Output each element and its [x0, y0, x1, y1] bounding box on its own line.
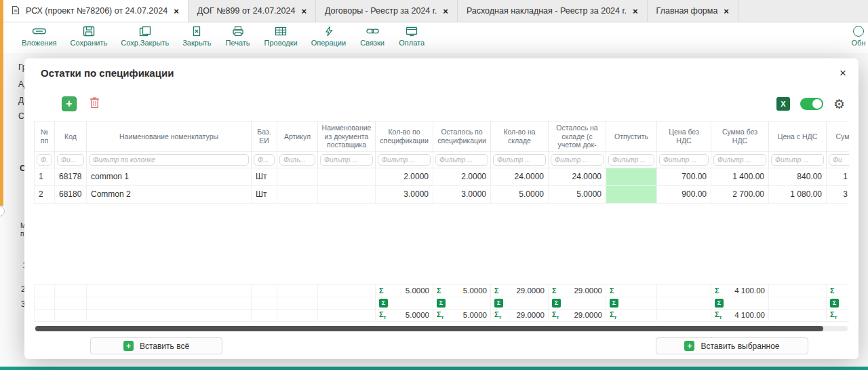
payment-button[interactable]: Оплата	[392, 26, 431, 47]
plus-icon: +	[123, 341, 134, 351]
dialog-close-icon[interactable]: ×	[840, 67, 846, 79]
print-button[interactable]: Печать	[218, 26, 258, 47]
tab-close-icon[interactable]: ×	[174, 7, 179, 16]
totals-cell	[769, 309, 827, 321]
excel-export-button[interactable]: X	[776, 97, 790, 111]
chain-link-icon	[366, 26, 379, 37]
column-filter-input[interactable]	[279, 154, 315, 166]
sigma-badge-icon[interactable]: Σ	[494, 299, 503, 308]
spec-table: № пп Код Наименование номенклатуры Баз. …	[34, 121, 849, 204]
column-header[interactable]: № пп	[35, 122, 55, 152]
toolbar-label: Вложения	[22, 39, 57, 47]
column-filter-input[interactable]	[435, 154, 488, 166]
tab-rsx-project[interactable]: РСХ (проект №78206) от 24.07.2024 ×	[3, 0, 189, 22]
horizontal-scrollbar[interactable]	[35, 326, 848, 331]
table-row[interactable]: 2 68180 Common 2 Шт 3.0000 3.0000 5.0000…	[35, 185, 850, 203]
cell	[318, 185, 376, 203]
column-filter-input[interactable]	[713, 154, 766, 166]
attachments-button[interactable]: Вложения	[15, 26, 64, 47]
column-filter-input[interactable]	[89, 154, 249, 166]
totals-block: Σ5.0000 Σ5.0000 Σ29.0000 Σ29.0000 Σ Σ4 1…	[34, 284, 849, 322]
table-row[interactable]: 1 68178 common 1 Шт 2.0000 2.0000 24.000…	[35, 168, 850, 185]
sigma-badge-icon[interactable]: Σ	[715, 299, 724, 308]
column-header[interactable]: Артикул	[277, 122, 318, 152]
tab-main-form[interactable]: Главная форма ×	[648, 0, 738, 22]
tab-dogovory-reestr[interactable]: Договоры - Реестр за 2024 г. ×	[316, 0, 458, 22]
operations-button[interactable]: Операции	[304, 26, 353, 47]
column-filter-input[interactable]	[771, 154, 824, 166]
tab-close-icon[interactable]: ×	[724, 7, 729, 16]
column-filter-input[interactable]	[320, 154, 373, 166]
column-header[interactable]: Код	[55, 122, 87, 152]
tab-close-icon[interactable]: ×	[301, 7, 307, 16]
column-header[interactable]: Наименование из документа поставщика	[318, 122, 376, 152]
tab-close-icon[interactable]: ×	[633, 7, 638, 16]
totals-cell	[55, 309, 87, 321]
column-filter-input[interactable]	[37, 154, 52, 166]
totals-sumt-row: Σт5.0000 Σт5.0000 Σт29.0000 Σт29.0000 Σт…	[35, 309, 850, 321]
tab-label: ДОГ №899 от 24.07.2024	[197, 6, 296, 16]
settings-gear-icon[interactable]: ⚙	[833, 98, 845, 111]
totals-cell	[55, 284, 87, 297]
column-header[interactable]: Кол-во на складе	[491, 122, 549, 152]
column-header[interactable]: Кол-во по спецификации	[376, 122, 433, 152]
save-button[interactable]: Сохранить	[64, 26, 115, 47]
sigma-badge-icon[interactable]: Σ	[610, 299, 618, 308]
column-filter-input[interactable]	[659, 154, 709, 166]
column-filter-input[interactable]	[493, 154, 546, 166]
cell: 68180	[55, 185, 87, 203]
column-header[interactable]: Осталось на складе (с учетом док-	[549, 122, 606, 152]
sigma-badge-icon[interactable]: Σ	[437, 299, 446, 308]
add-row-button[interactable]: +	[62, 96, 77, 111]
column-filter-input[interactable]	[378, 154, 431, 166]
sidebar-handle[interactable]	[0, 206, 5, 217]
tab-close-icon[interactable]: ×	[443, 7, 448, 16]
button-label: Вставить выбранное	[701, 341, 779, 351]
column-header[interactable]: Сум	[827, 122, 850, 152]
column-header[interactable]: Отпустить	[606, 122, 657, 152]
sigma-badge-icon[interactable]: Σ	[830, 299, 839, 308]
column-header[interactable]: Осталось по спецификации	[433, 122, 491, 152]
print-icon	[232, 26, 244, 37]
refresh-button-partial[interactable]: Обн	[840, 26, 868, 47]
dispense-editable-cell[interactable]	[606, 168, 657, 185]
column-header[interactable]: Наименование номенклатуры	[87, 122, 252, 152]
column-filter-input[interactable]	[551, 154, 604, 166]
delete-row-button[interactable]	[87, 96, 102, 111]
cell: 700.00	[657, 168, 711, 185]
totals-cell	[87, 309, 252, 321]
toolbar-label: Оплата	[399, 39, 425, 47]
links-button[interactable]: Связки	[353, 26, 392, 47]
insert-all-button[interactable]: + Вставить всё	[90, 337, 222, 354]
column-filter-input[interactable]	[57, 154, 84, 166]
totals-cell: Σт	[606, 309, 657, 321]
cell	[277, 168, 318, 185]
tab-dog-899[interactable]: ДОГ №899 от 24.07.2024 ×	[189, 0, 316, 22]
postings-button[interactable]: Проводки	[258, 26, 304, 47]
sigma-badge-icon[interactable]: Σ	[379, 299, 388, 308]
filter-cell	[769, 151, 827, 168]
column-filter-input[interactable]	[608, 154, 654, 166]
save-close-button[interactable]: Сохр.Закрыть	[114, 26, 176, 47]
toolbar-label: Закрыть	[182, 39, 211, 47]
column-header[interactable]: Цена с НДС	[769, 122, 827, 152]
cell: 840.00	[769, 168, 827, 185]
column-header[interactable]: Сумма без НДС	[711, 122, 769, 152]
tab-bar: РСХ (проект №78206) от 24.07.2024 × ДОГ …	[0, 0, 868, 22]
table-mode-toggle[interactable]	[800, 98, 823, 110]
totals-cell	[55, 297, 87, 309]
sigma-badge-icon[interactable]: Σ	[552, 299, 561, 308]
tab-rashodnaya-reestr[interactable]: Расходная накладная - Реестр за 2024 г. …	[458, 0, 648, 22]
close-doc-button[interactable]: Закрыть	[176, 26, 218, 47]
column-header[interactable]: Цена без НДС	[657, 122, 711, 152]
dialog-header: Остатки по спецификации ×	[24, 58, 859, 79]
totals-cell	[318, 297, 376, 309]
column-header[interactable]: Баз. ЕИ	[252, 122, 277, 152]
scrollbar-thumb[interactable]	[35, 326, 823, 331]
totals-cell: Σ	[606, 284, 657, 297]
dispense-editable-cell[interactable]	[606, 185, 657, 203]
column-filter-input[interactable]	[829, 154, 849, 166]
insert-selected-button[interactable]: + Вставить выбранное	[656, 337, 808, 354]
column-filter-input[interactable]	[254, 154, 275, 166]
totals-cell	[277, 284, 318, 297]
